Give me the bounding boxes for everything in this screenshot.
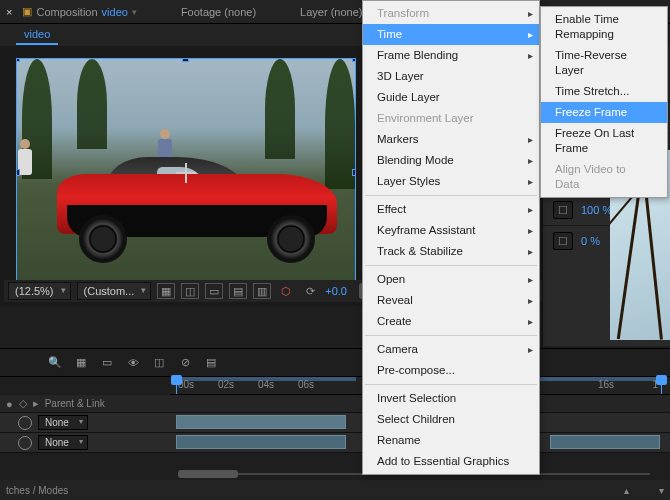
menu-separator <box>365 265 537 266</box>
resize-handle[interactable] <box>16 169 20 176</box>
layer-clip[interactable] <box>176 415 346 429</box>
pickwhip-icon[interactable] <box>18 436 32 450</box>
parent-dropdown[interactable]: None <box>38 435 88 450</box>
menu-blending-mode[interactable]: Blending Mode <box>363 150 539 171</box>
playhead-end[interactable] <box>661 377 662 394</box>
timeline-panel: 🔍 ▦ ▭ 👁 ◫ ⊘ ▤ 00s 02s 04s 06s 16s 1 ● ◇ … <box>0 348 670 480</box>
menu-track-stabilize[interactable]: Track & Stabilize <box>363 241 539 262</box>
menu-separator <box>365 195 537 196</box>
layer-context-menu: Transform Time Frame Blending 3D Layer G… <box>362 0 540 475</box>
status-bar: tches / Modes ▴ ▾ <box>0 480 670 500</box>
ruler-mark: 02s <box>218 379 234 390</box>
menu-open[interactable]: Open <box>363 269 539 290</box>
label-column-icon[interactable]: ▸ <box>33 397 39 410</box>
guides-icon[interactable]: ▥ <box>253 283 271 299</box>
collapse-icon[interactable]: ▴ <box>624 485 629 496</box>
ruler-mark: 04s <box>258 379 274 390</box>
layer-clip[interactable] <box>176 435 346 449</box>
layer-row[interactable]: None <box>0 413 170 433</box>
opacity-icon[interactable]: ☐ <box>553 201 573 219</box>
panel-type-label: Composition <box>36 6 97 18</box>
scene-car <box>57 149 337 259</box>
menu-add-essential-graphics[interactable]: Add to Essential Graphics <box>363 451 539 472</box>
resize-handle[interactable] <box>16 58 20 62</box>
close-panel-icon[interactable]: × <box>6 6 12 18</box>
time-submenu: Enable Time Remapping Time-Reverse Layer… <box>540 6 668 198</box>
menu-time[interactable]: Time <box>363 24 539 45</box>
menu-select-children[interactable]: Select Children <box>363 409 539 430</box>
grid-icon[interactable]: ▤ <box>229 283 247 299</box>
parent-link-header: Parent & Link <box>45 398 105 409</box>
submenu-freeze-frame[interactable]: Freeze Frame <box>541 102 667 123</box>
layer-clip[interactable] <box>550 435 660 449</box>
scene-tree <box>265 59 295 159</box>
menu-frame-blending[interactable]: Frame Blending <box>363 45 539 66</box>
status-switches-modes[interactable]: tches / Modes <box>6 485 68 496</box>
menu-environment-layer: Environment Layer <box>363 108 539 129</box>
chevron-down-icon[interactable]: ▾ <box>132 7 137 17</box>
submenu-time-remapping[interactable]: Enable Time Remapping <box>541 9 667 45</box>
eye-column-icon[interactable]: ● <box>6 398 13 410</box>
menu-markers[interactable]: Markers <box>363 129 539 150</box>
menu-keyframe-assistant[interactable]: Keyframe Assistant <box>363 220 539 241</box>
toggle-alpha-icon[interactable]: ▦ <box>157 283 175 299</box>
channel-icon[interactable]: ⬡ <box>277 283 295 299</box>
menu-rename[interactable]: Rename <box>363 430 539 451</box>
composition-flowchart-icon[interactable]: ▦ <box>72 354 90 372</box>
tab-video[interactable]: video <box>16 25 58 45</box>
menu-separator <box>365 384 537 385</box>
draft3d-icon[interactable]: ▭ <box>98 354 116 372</box>
menu-create[interactable]: Create <box>363 311 539 332</box>
menu-precompose[interactable]: Pre-compose... <box>363 360 539 381</box>
pickwhip-icon[interactable] <box>18 416 32 430</box>
anchor-point-icon[interactable] <box>176 163 196 183</box>
menu-3d-layer[interactable]: 3D Layer <box>363 66 539 87</box>
menu-transform[interactable]: Transform <box>363 3 539 24</box>
layer-row[interactable]: None <box>0 433 170 453</box>
menu-layer-styles[interactable]: Layer Styles <box>363 171 539 192</box>
resize-handle[interactable] <box>182 58 189 62</box>
menu-camera[interactable]: Camera <box>363 339 539 360</box>
menu-invert-selection[interactable]: Invert Selection <box>363 388 539 409</box>
submenu-time-stretch[interactable]: Time Stretch... <box>541 81 667 102</box>
menu-separator <box>365 335 537 336</box>
resize-handle[interactable] <box>352 58 356 62</box>
composition-name[interactable]: video <box>102 6 128 18</box>
submenu-freeze-last-frame[interactable]: Freeze On Last Frame <box>541 123 667 159</box>
zeropct-value[interactable]: 0 % <box>581 235 600 247</box>
scene-tree <box>77 59 107 149</box>
hundred-value[interactable]: 100 % <box>581 204 612 216</box>
toggle-mask-icon[interactable]: ◫ <box>181 283 199 299</box>
ruler-mark: 16s <box>598 379 614 390</box>
search-icon[interactable]: 🔍 <box>46 354 64 372</box>
lock-column-icon[interactable]: ◇ <box>19 397 27 410</box>
folder-icon: ▣ <box>22 5 32 18</box>
flow-icon[interactable]: ☐ <box>553 232 573 250</box>
layer-crumb: Layer (none) <box>300 6 362 18</box>
resize-handle[interactable] <box>352 169 356 176</box>
playhead[interactable] <box>176 377 177 394</box>
shy-icon[interactable]: 👁 <box>124 354 142 372</box>
footage-crumb: Footage (none) <box>181 6 256 18</box>
frame-blend-icon[interactable]: ◫ <box>150 354 168 372</box>
submenu-time-reverse[interactable]: Time-Reverse Layer <box>541 45 667 81</box>
expand-icon[interactable]: ▾ <box>659 485 664 496</box>
graph-editor-icon[interactable]: ▤ <box>202 354 220 372</box>
menu-effect[interactable]: Effect <box>363 199 539 220</box>
submenu-align-video: Align Video to Data <box>541 159 667 195</box>
menu-reveal[interactable]: Reveal <box>363 290 539 311</box>
roi-icon[interactable]: ▭ <box>205 283 223 299</box>
menu-guide-layer[interactable]: Guide Layer <box>363 87 539 108</box>
parent-dropdown[interactable]: None <box>38 415 88 430</box>
exposure-value[interactable]: +0.0 <box>325 285 347 297</box>
preview-canvas[interactable] <box>16 58 356 288</box>
reset-exposure-icon[interactable]: ⟳ <box>301 283 319 299</box>
motion-blur-icon[interactable]: ⊘ <box>176 354 194 372</box>
resolution-dropdown[interactable]: (Custom... <box>77 282 152 300</box>
ruler-mark: 06s <box>298 379 314 390</box>
zoom-dropdown[interactable]: (12.5%) <box>8 282 71 300</box>
